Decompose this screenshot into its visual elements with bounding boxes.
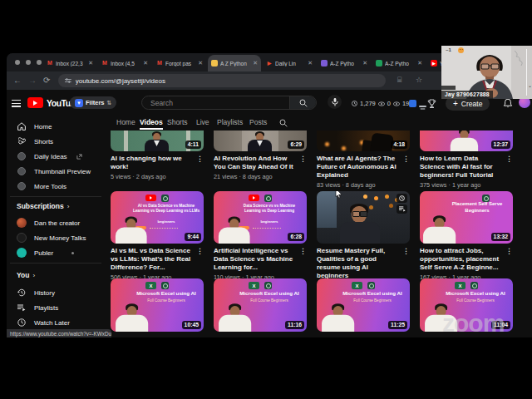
back-icon[interactable]: ← — [13, 74, 22, 87]
presenter-figure — [215, 305, 256, 332]
video-card[interactable]: X Microsoft Excel using AI Full Course B… — [111, 278, 204, 332]
tab-live[interactable]: Live — [196, 118, 209, 126]
sidebar-item-watch-later[interactable]: Watch Later — [7, 316, 106, 329]
video-title[interactable]: Artificial Intelligence vs Data Science … — [214, 247, 296, 272]
browser-tab[interactable]: MForgot pas✕ — [153, 55, 206, 71]
video-card[interactable]: 4:18 What are AI Agents? The Future of A… — [317, 131, 410, 189]
more-options-icon[interactable]: ⋮ — [505, 155, 513, 189]
close-icon[interactable]: ✕ — [362, 60, 367, 66]
video-card[interactable]: X Microsoft Excel using AI Full Course B… — [317, 278, 410, 332]
sidebar-item-home[interactable]: Home — [7, 120, 106, 133]
browser-tab[interactable]: MInbox (22,3✕ — [43, 55, 96, 71]
sidebar-subscription-new-money-talks[interactable]: New Money Talks — [7, 231, 106, 244]
tab-videos[interactable]: Videos — [140, 118, 163, 130]
filters-extension-chip[interactable]: ▼ Filters ⇅ — [70, 96, 116, 109]
voice-search-button[interactable] — [328, 95, 342, 109]
video-card[interactable]: 6:29 AI Revolution And How You Can Stay … — [214, 131, 307, 180]
video-thumbnail[interactable]: X Microsoft Excel using AI Full Course B… — [214, 278, 307, 332]
tab-posts[interactable]: Posts — [249, 118, 267, 126]
more-options-icon[interactable]: ⋮ — [196, 247, 204, 281]
video-thumbnail[interactable]: AI vs Data Science vs Machine Learning v… — [111, 191, 204, 244]
sidebar-item-shorts[interactable]: Shorts — [7, 135, 106, 148]
browser-tab[interactable]: MInbox (4,5✕ — [98, 55, 151, 71]
tune-icon — [65, 77, 71, 84]
reload-icon[interactable]: ⟳ — [43, 74, 50, 87]
close-icon[interactable]: ✕ — [143, 60, 148, 66]
thumb-title-text: Placement Self Serve Beginners — [450, 201, 505, 214]
browser-tab-active[interactable]: A Z Python✕ — [208, 55, 261, 71]
search-box[interactable] — [141, 96, 317, 110]
sidebar-subscription-dan-the-creator[interactable]: Dan the creator — [7, 216, 106, 229]
video-title[interactable]: AI vs ML vs Data Science vs LLMs: What's… — [111, 247, 193, 272]
letterbox-bottom — [0, 337, 532, 399]
video-card[interactable]: X Microsoft Excel using AI Full Course B… — [214, 278, 307, 332]
video-card[interactable]: Placement Self Serve Beginners 13:32 How… — [420, 191, 513, 281]
close-icon[interactable]: ✕ — [417, 60, 422, 66]
tab-playlists[interactable]: Playlists — [217, 118, 243, 126]
subscriptions-header[interactable]: Subscriptions› — [17, 202, 69, 210]
more-options-icon[interactable]: ⋮ — [196, 155, 204, 180]
more-options-icon[interactable]: ⋮ — [299, 247, 307, 281]
video-thumbnail[interactable]: X Microsoft Excel using AI Full Course B… — [111, 278, 204, 332]
sidebar-item-more-tools[interactable]: More Tools — [7, 180, 106, 193]
extension-icon[interactable] — [419, 100, 426, 115]
video-thumbnail[interactable] — [317, 191, 410, 244]
video-thumbnail[interactable]: 4:18 — [317, 131, 410, 151]
video-card[interactable]: Data Science vs vs Machine Learning vs D… — [214, 191, 307, 281]
browser-tab[interactable]: A-Z Pytho✕ — [372, 55, 426, 71]
forward-icon[interactable]: → — [28, 74, 37, 87]
window-controls[interactable] — [15, 60, 42, 65]
sidebar-item-daily-ideas[interactable]: Daily Ideas — [7, 150, 106, 163]
browser-tab[interactable]: ▶Daily Lin✕ — [263, 55, 316, 71]
video-thumbnail[interactable]: 4:11 — [111, 131, 204, 151]
thumb-title-text: Microsoft Excel using AI — [441, 290, 510, 297]
video-card-hovered[interactable]: Resume Mastery Full, Qualities of a good… — [317, 191, 410, 289]
video-title[interactable]: AI Revolution And How You Can Stay Ahead… — [214, 155, 296, 171]
url-input[interactable] — [76, 77, 379, 85]
more-options-icon[interactable]: ⋮ — [299, 155, 307, 180]
address-bar[interactable] — [58, 74, 386, 87]
more-options-icon[interactable]: ⋮ — [402, 155, 410, 189]
cast-icon[interactable]: ⌸ — [397, 76, 401, 85]
thumb-badges — [214, 195, 307, 202]
trophy-icon[interactable] — [427, 97, 436, 112]
watch-later-icon — [17, 318, 27, 327]
sidebar-item-history[interactable]: History — [7, 286, 106, 299]
video-thumbnail[interactable]: Placement Self Serve Beginners 13:32 — [420, 191, 513, 244]
video-title[interactable]: How to attract Jobs, opportunities, plac… — [420, 247, 502, 272]
close-icon[interactable]: ✕ — [253, 60, 258, 66]
tab-shorts[interactable]: Shorts — [167, 118, 188, 126]
search-button[interactable] — [289, 96, 316, 109]
video-thumbnail[interactable]: X Microsoft Excel using AI Full Course B… — [317, 278, 410, 332]
video-card[interactable]: AI vs Data Science vs Machine Learning v… — [111, 191, 204, 281]
video-title[interactable]: How to Learn Data Science with AI fast f… — [420, 155, 502, 180]
video-title[interactable]: What are AI Agents? The Future of Autono… — [317, 155, 399, 180]
channel-search-icon[interactable] — [279, 119, 288, 127]
guide-menu-icon[interactable] — [12, 100, 21, 107]
video-title[interactable]: AI is changing how we work! — [111, 155, 193, 171]
you-header[interactable]: You› — [17, 271, 35, 279]
clock-icon — [399, 195, 405, 201]
watch-later-overlay-button[interactable] — [397, 194, 407, 203]
more-options-icon[interactable]: ⋮ — [505, 247, 513, 281]
close-icon[interactable]: ✕ — [308, 60, 313, 66]
add-to-queue-overlay-button[interactable] — [397, 204, 407, 214]
video-thumbnail[interactable]: 12:37 — [420, 131, 513, 151]
browser-tab[interactable]: A-Z Pytho✕ — [318, 55, 371, 71]
close-icon[interactable]: ✕ — [88, 60, 93, 66]
notifications-bell-icon[interactable] — [503, 97, 513, 112]
search-input[interactable] — [142, 96, 289, 109]
thumb-title-text: Microsoft Excel using AI — [235, 290, 303, 297]
video-thumbnail[interactable]: 6:29 — [214, 131, 307, 151]
video-card[interactable]: 12:37 How to Learn Data Science with AI … — [420, 131, 513, 189]
close-icon[interactable]: ✕ — [198, 60, 203, 66]
video-thumbnail[interactable]: Data Science vs vs Machine Learning vs D… — [214, 191, 307, 244]
sidebar-item-playlists[interactable]: Playlists — [7, 301, 106, 314]
video-card[interactable]: 4:11 AI is changing how we work! 5 views… — [111, 131, 204, 180]
extension-icon[interactable] — [409, 100, 416, 107]
tab-home[interactable]: Home — [116, 118, 135, 126]
sidebar-subscription-publer[interactable]: Publer — [7, 246, 106, 259]
sidebar-item-thumbnail-preview[interactable]: Thumbnail Preview — [7, 165, 106, 178]
video-title[interactable]: Resume Mastery Full, Qualities of a good… — [317, 247, 399, 280]
bookmark-star-icon[interactable]: ☆ — [416, 76, 422, 84]
